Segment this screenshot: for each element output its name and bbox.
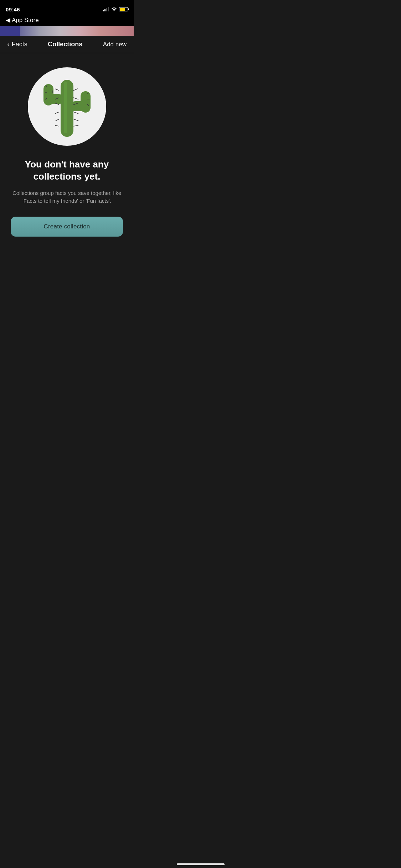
cactus-icon [35, 69, 99, 144]
app-store-bar: ◀ App Store [0, 16, 134, 26]
signal-icon [103, 7, 109, 11]
add-new-button[interactable]: Add new [103, 41, 127, 48]
back-button[interactable]: ‹ Facts [7, 40, 27, 48]
status-bar: 09:46 [0, 0, 134, 16]
svg-rect-5 [64, 82, 67, 133]
svg-rect-4 [81, 91, 91, 113]
back-arrow-icon: ‹ [7, 40, 10, 48]
svg-line-10 [56, 119, 59, 121]
wifi-icon [111, 7, 117, 12]
empty-state-title: You don't have any collections yet. [11, 159, 123, 183]
cactus-illustration [28, 67, 106, 146]
create-collection-button[interactable]: Create collection [11, 217, 123, 237]
svg-line-17 [73, 125, 78, 126]
nav-bar: ‹ Facts Collections Add new [0, 36, 134, 53]
svg-line-11 [55, 125, 59, 126]
svg-line-12 [73, 89, 78, 91]
page-title: Collections [48, 41, 82, 48]
app-store-back-arrow: ◀ [6, 16, 10, 24]
svg-line-9 [55, 112, 59, 114]
svg-line-13 [73, 98, 78, 99]
status-icons [103, 7, 128, 12]
svg-line-16 [73, 119, 78, 121]
svg-line-6 [55, 89, 59, 91]
banner-strip [0, 26, 134, 36]
back-label: Facts [12, 41, 27, 48]
app-store-label: App Store [12, 17, 39, 24]
battery-icon [119, 7, 128, 11]
main-content: You don't have any collections yet. Coll… [0, 53, 134, 247]
status-time: 09:46 [6, 6, 20, 12]
svg-line-15 [73, 112, 78, 114]
svg-rect-2 [43, 84, 53, 105]
empty-state-subtitle: Collections group facts you save togethe… [11, 189, 123, 205]
